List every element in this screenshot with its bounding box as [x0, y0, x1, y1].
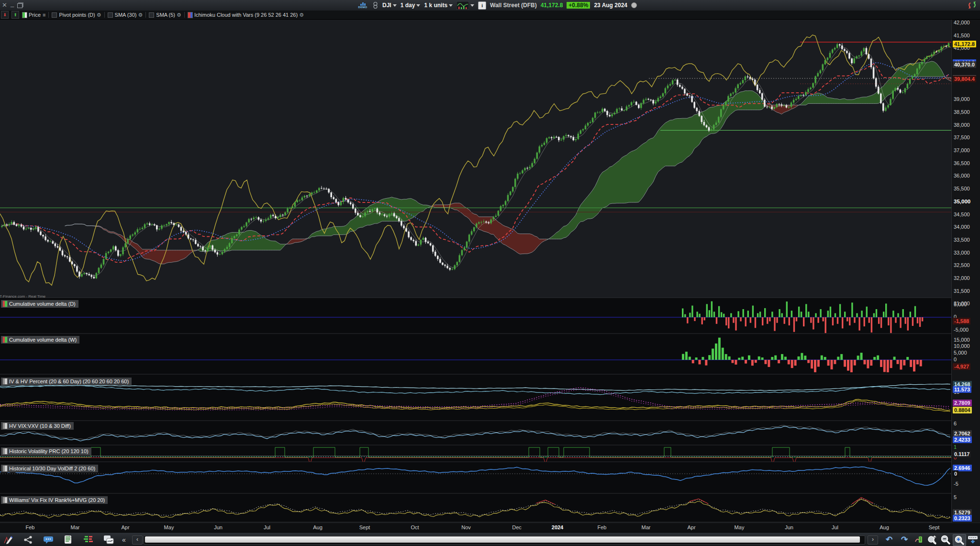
ichimoku-color-swatch [188, 12, 193, 18]
axis-tick: 35,000 [954, 199, 970, 204]
order-book-icon[interactable] [82, 534, 95, 545]
checkbox-icon[interactable] [52, 12, 57, 18]
month-label: Jul [264, 524, 270, 530]
checkbox-icon[interactable] [149, 12, 154, 18]
axis-value-label: 41,172.8 [953, 41, 976, 47]
axis-value-label: 2.7809 [953, 400, 972, 406]
month-label: Jul [832, 524, 838, 530]
axis-tick: 34,500 [954, 212, 970, 217]
axis-tick: 32,000 [954, 275, 970, 281]
panel-label-williams[interactable]: Williams' Vix Fix IV Rank%+MVG (20 20) [1, 496, 108, 504]
month-label: Jun [785, 524, 793, 530]
timeframe-dropdown[interactable]: 1 day [401, 2, 421, 9]
demo-mode-badge: DEMO [357, 2, 368, 9]
cvd-color-swatch [2, 336, 8, 343]
panel-label-hvvix[interactable]: HV VIX:VXV (10 & 30 Diff) [1, 422, 74, 430]
trading-app-window: ✕ _ DEMO DJI 1 day 1 k units [0, 0, 980, 546]
axis-value-label: 39,804.4 [953, 76, 976, 82]
month-label: Jun [214, 524, 223, 530]
close-icon[interactable]: ✕ [2, 0, 7, 10]
chart-scrollbar-thumb[interactable] [145, 536, 860, 543]
axis-tick: 5,000 [954, 301, 967, 307]
zoom-in-icon[interactable] [953, 534, 966, 546]
axis-value-label: 11.573 [953, 386, 971, 393]
axis-tick: 34,000 [954, 224, 970, 230]
chart-windows-icon[interactable] [102, 534, 115, 545]
minimize-icon[interactable]: _ [11, 0, 14, 9]
restore-window-icon[interactable] [17, 3, 22, 8]
comments-icon[interactable] [42, 534, 55, 545]
month-label: Aug [880, 524, 889, 530]
month-label: Mar [71, 524, 80, 530]
panel-label-cvd-daily[interactable]: Cumulative volume delta (D) [1, 300, 78, 308]
redo-icon[interactable]: ↷ [898, 534, 911, 545]
axis-tick: 5,000 [954, 350, 967, 356]
indicator-chip-sma5[interactable]: SMA (5) ⚙ [149, 12, 181, 18]
axis-tick: 38,000 [954, 122, 970, 128]
axis-tick: 10,000 [954, 343, 970, 349]
collapse-left-icon[interactable]: « [120, 534, 128, 545]
month-label: Sept [359, 524, 370, 530]
axis-value-label: 2.4233 [953, 436, 972, 443]
wrench-icon[interactable]: ⚙ [177, 12, 181, 18]
indicator-chip-price[interactable]: Price ≡ [22, 12, 45, 18]
main-chart-canvas[interactable] [0, 0, 980, 532]
scroll-left-button[interactable]: ‹ [132, 535, 143, 545]
checkbox-icon[interactable] [108, 12, 113, 18]
zoom-out-icon[interactable] [939, 534, 952, 545]
indicator-chip-sma30[interactable]: SMA (30) ⚙ [108, 12, 143, 18]
month-label: Sept [929, 524, 940, 530]
symbol-dropdown[interactable]: DJI [382, 2, 397, 9]
chart-scrollbar-track[interactable] [144, 535, 865, 545]
axis-value-label: 0.2323 [953, 515, 972, 522]
scroll-right-button[interactable]: › [868, 535, 878, 545]
collapse-panel-down-icon[interactable] [967, 534, 979, 545]
indicator-chip-ichimoku[interactable]: Ichimoku Cloud with Vars (9 26 52 26 41 … [188, 12, 304, 18]
axis-tick: -5 [954, 481, 958, 487]
drawing-tools-icon[interactable] [2, 534, 14, 545]
backtest-tool-icon[interactable] [913, 534, 925, 545]
axis-tick: 31,500 [954, 288, 970, 294]
axis-tick: 36,000 [954, 173, 970, 178]
sell-arrow-icon[interactable]: ⬇ [1, 11, 9, 19]
indicator-chip-pivot-points[interactable]: Pivot points (D) ⚙ [52, 12, 101, 18]
panel-label-prc[interactable]: Historic Volatility PRC (20 120 10) [1, 447, 91, 455]
axis-tick: 6 [954, 421, 957, 426]
month-label: Apr [687, 524, 695, 530]
news-icon[interactable] [62, 534, 75, 545]
wrench-icon[interactable]: ⚙ [299, 12, 304, 18]
link-chain-icon[interactable] [372, 1, 379, 9]
refresh-up-down-icon[interactable] [968, 1, 977, 10]
axis-tick: 42,000 [954, 20, 970, 25]
list-icon[interactable]: ≡ [43, 12, 45, 18]
indicator-toolbar: ⬇ ⬆ Price ≡ Pivot points (D) ⚙ SMA (30) … [0, 11, 980, 20]
indicator-color-swatch [2, 497, 8, 503]
axis-tick: 1 [954, 444, 957, 450]
units-dropdown[interactable]: 1 k units [424, 2, 453, 9]
axis-value-label: 40,370.0 [953, 61, 976, 68]
instrument-info-button[interactable]: i [478, 1, 486, 10]
axis-value-label: -4,927 [953, 363, 970, 370]
month-label: Feb [26, 524, 35, 530]
panel-label-voldiff[interactable]: Historical 10/30 Day VolDiff 2 (20 60) [1, 465, 98, 472]
time-axis[interactable]: FebMarAprMayJunJulAugSeptOctNovDec2024Fe… [0, 523, 980, 533]
buy-arrow-icon[interactable]: ⬆ [11, 11, 19, 19]
panel-label-cvd-weekly[interactable]: Cumulative volume delta (W) [1, 336, 79, 344]
share-icon[interactable] [22, 534, 34, 545]
cvd-color-swatch [2, 301, 8, 307]
market-status-dot [631, 2, 637, 8]
chevron-down-icon [393, 4, 397, 7]
panel-label-ivhv[interactable]: IV & HV Percent (20 & 60 Day) (20 60 20 … [1, 378, 132, 385]
zoom-fit-icon[interactable] [926, 534, 938, 545]
month-label: Oct [411, 524, 419, 530]
undo-icon[interactable]: ↶ [883, 534, 895, 545]
month-label: Dec [512, 524, 522, 530]
top-bar: ✕ _ DEMO DJI 1 day 1 k units [0, 0, 980, 11]
wrench-icon[interactable]: ⚙ [138, 12, 143, 18]
last-price: 41,172.8 [541, 2, 563, 9]
wrench-icon[interactable]: ⚙ [97, 12, 101, 18]
chevron-down-icon [470, 4, 474, 7]
chart-style-dropdown[interactable] [457, 1, 474, 10]
price-axis[interactable]: 42,00041,50041,00039,00038,50038,00037,5… [951, 19, 980, 523]
change-percent-badge: +0.88% [567, 2, 590, 9]
